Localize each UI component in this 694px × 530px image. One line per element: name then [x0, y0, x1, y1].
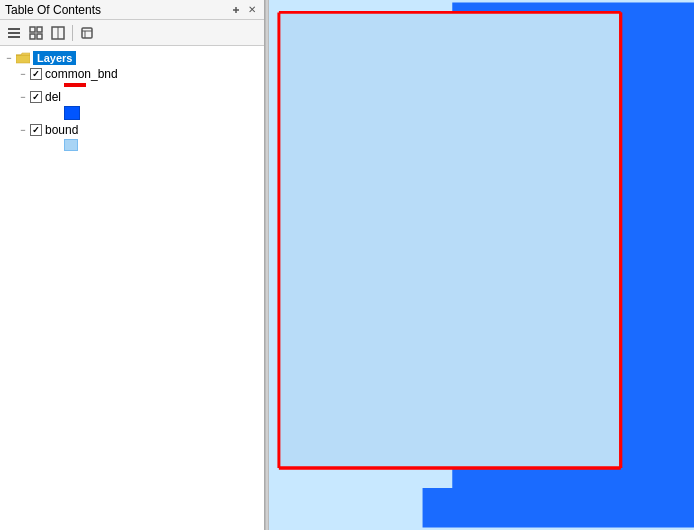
del-item[interactable]: − del: [14, 89, 264, 105]
toc-toolbar: [0, 20, 264, 46]
toc-header: Table Of Contents ✕: [0, 0, 264, 20]
del-checkbox[interactable]: [30, 91, 42, 103]
del-swatch: [64, 106, 80, 120]
map-area[interactable]: [269, 0, 694, 530]
main-container: Table Of Contents ✕: [0, 0, 694, 530]
svg-rect-5: [30, 27, 35, 32]
bound-label: bound: [45, 123, 78, 137]
options-button[interactable]: [77, 23, 97, 43]
svg-rect-16: [279, 12, 621, 468]
toc-header-left: Table Of Contents: [5, 3, 101, 17]
common-bnd-expand[interactable]: −: [16, 67, 30, 81]
pin-button[interactable]: [229, 3, 243, 17]
layers-expand-btn[interactable]: −: [2, 51, 16, 65]
del-label: del: [45, 90, 61, 104]
common-bnd-legend: [64, 83, 264, 87]
svg-rect-3: [8, 32, 20, 34]
common-bnd-swatch: [64, 83, 86, 87]
toc-title: Table Of Contents: [5, 3, 101, 17]
bound-group: − bound: [14, 122, 264, 151]
bound-legend: [64, 139, 264, 151]
svg-rect-4: [8, 36, 20, 38]
bound-swatch: [64, 139, 78, 151]
bound-expand[interactable]: −: [16, 123, 30, 137]
del-group: − del: [14, 89, 264, 120]
svg-rect-7: [30, 34, 35, 39]
svg-rect-6: [37, 27, 42, 32]
svg-rect-8: [37, 34, 42, 39]
source-view-button[interactable]: [26, 23, 46, 43]
del-expand[interactable]: −: [16, 90, 30, 104]
common-bnd-label: common_bnd: [45, 67, 118, 81]
common-bnd-checkbox[interactable]: [30, 68, 42, 80]
del-legend: [64, 106, 264, 120]
map-svg: [269, 0, 694, 530]
layers-group-item[interactable]: − Layers: [0, 50, 264, 66]
toolbar-separator: [72, 25, 73, 41]
layers-label: Layers: [33, 51, 76, 65]
close-button[interactable]: ✕: [245, 3, 259, 17]
svg-rect-2: [8, 28, 20, 30]
bound-item[interactable]: − bound: [14, 122, 264, 138]
toc-tree[interactable]: − Layers − common_bnd: [0, 46, 264, 530]
svg-rect-11: [82, 28, 92, 38]
toc-panel: Table Of Contents ✕: [0, 0, 265, 530]
toc-header-buttons: ✕: [229, 3, 259, 17]
common-bnd-group: − common_bnd: [14, 66, 264, 87]
bound-checkbox[interactable]: [30, 124, 42, 136]
common-bnd-item[interactable]: − common_bnd: [14, 66, 264, 82]
folder-icon: [16, 52, 30, 64]
list-view-button[interactable]: [4, 23, 24, 43]
display-view-button[interactable]: [48, 23, 68, 43]
